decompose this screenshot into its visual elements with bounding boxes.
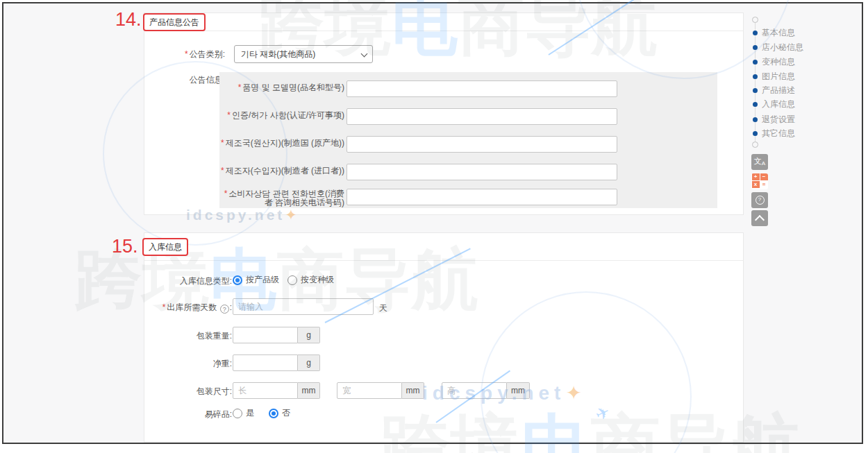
card-header-divider bbox=[144, 260, 743, 261]
translate-button[interactable]: 文A bbox=[751, 154, 768, 170]
announcement-info-panel: *품명 및 모델명(品名和型号) *인증/허가 사항(认证/许可事项) *제조국… bbox=[219, 72, 717, 208]
radio-fragile-no[interactable]: 否 bbox=[269, 407, 290, 419]
radio-selected-icon bbox=[269, 409, 278, 418]
scroll-top-button[interactable] bbox=[751, 210, 768, 226]
announcement-field-label: *인증/허가 사항(认证/许可事项) bbox=[219, 111, 344, 120]
calculator-icon: + bbox=[752, 173, 760, 180]
sidebar-item-variant-info[interactable]: 变种信息 bbox=[762, 58, 795, 66]
translate-icon: 文A bbox=[754, 157, 765, 167]
announcement-field-label: *품명 및 모델명(品名和型号) bbox=[219, 83, 344, 92]
nav-node-bottom bbox=[752, 142, 758, 148]
nav-bullet bbox=[753, 74, 758, 79]
outbound-days-label: *出库所需天数 ?: bbox=[144, 302, 232, 314]
certification-input[interactable] bbox=[347, 108, 617, 125]
sidebar-item-basic-info[interactable]: 基本信息 bbox=[762, 28, 795, 37]
weight-unit-addon: g bbox=[298, 327, 320, 343]
consumer-phone-input[interactable] bbox=[347, 189, 617, 205]
radio-fragile-yes[interactable]: 是 bbox=[233, 407, 254, 419]
required-mark: * bbox=[221, 138, 224, 148]
nav-bullet bbox=[753, 102, 758, 107]
product-edit-page: { "annotations": { "step14_num": "14.", … bbox=[0, 0, 868, 453]
sidebar-item-product-description[interactable]: 产品描述 bbox=[762, 86, 795, 94]
announcement-field-label: *제조자(수입자)(制造者 (进口者)) bbox=[219, 166, 344, 176]
nav-bullet bbox=[753, 45, 758, 50]
product-name-model-input[interactable] bbox=[347, 80, 617, 97]
annotation-box-14: 产品信息公告 bbox=[143, 13, 206, 31]
sidebar-item-image-info[interactable]: 图片信息 bbox=[762, 72, 795, 80]
announcement-field-label: *소비자상담 관련 전화번호(消费者 咨询相关电话号码) bbox=[219, 189, 344, 207]
nav-bullet bbox=[753, 117, 758, 122]
required-mark: * bbox=[162, 302, 166, 312]
card-inbound-info: 入库信息类型: 按产品级 按变种级 *出库所需天数 ?: 天 包装重量: g 净… bbox=[144, 232, 744, 443]
announcement-category-label: *公告类别: bbox=[144, 49, 225, 59]
help-button[interactable]: ? bbox=[751, 192, 768, 208]
sidebar-item-dianxiaomi-info[interactable]: 店小秘信息 bbox=[762, 43, 803, 51]
nav-bullet bbox=[753, 31, 758, 35]
help-icon[interactable]: ? bbox=[220, 305, 229, 314]
net-weight-input[interactable] bbox=[233, 354, 298, 371]
required-mark: * bbox=[185, 49, 188, 59]
nav-node-top bbox=[752, 17, 758, 23]
calculator-icon: = bbox=[760, 181, 768, 188]
select-value: 기타 재화(其他商品) bbox=[241, 49, 315, 59]
annotation-step-14: 14. bbox=[115, 10, 142, 29]
annotation-box-15: 入库信息 bbox=[142, 238, 188, 256]
net-unit-addon: g bbox=[298, 354, 320, 371]
radio-unselected-icon bbox=[233, 409, 242, 418]
radio-product-level[interactable]: 按产品级 bbox=[233, 274, 279, 286]
package-weight-label: 包装重量: bbox=[144, 331, 232, 341]
package-size-label: 包装尺寸: bbox=[144, 386, 232, 396]
announcement-field-label: *제조국(원산지)(制造国 (原产地)) bbox=[219, 139, 344, 148]
chevron-down-icon bbox=[361, 51, 368, 58]
chevron-up-icon bbox=[755, 214, 765, 224]
calculator-button[interactable]: + − x = bbox=[751, 173, 768, 189]
size-width-unit-addon: mm bbox=[402, 382, 424, 399]
required-mark: * bbox=[221, 166, 224, 176]
nav-bullet bbox=[753, 131, 758, 136]
outbound-days-input[interactable] bbox=[233, 298, 374, 315]
size-height-unit-addon: mm bbox=[507, 382, 530, 399]
calculator-icon: x bbox=[752, 181, 760, 188]
radio-unselected-icon bbox=[287, 275, 297, 285]
fragile-label: 易碎品: bbox=[144, 409, 232, 419]
required-mark: * bbox=[224, 189, 228, 198]
nav-bullet bbox=[753, 60, 758, 65]
net-weight-label: 净重: bbox=[144, 359, 232, 368]
days-unit: 天 bbox=[379, 302, 387, 314]
announcement-category-select[interactable]: 기타 재화(其他商品) bbox=[234, 45, 373, 63]
announcement-info-label: 公告信息: bbox=[144, 75, 225, 85]
required-mark: * bbox=[227, 110, 231, 120]
required-mark: * bbox=[238, 83, 242, 92]
radio-variant-level[interactable]: 按变种级 bbox=[287, 274, 334, 286]
annotation-step-15: 15. bbox=[112, 237, 138, 256]
sidebar-item-return-settings[interactable]: 退货设置 bbox=[762, 115, 795, 123]
size-width-input[interactable] bbox=[337, 382, 402, 399]
inbound-type-label: 入库信息类型: bbox=[144, 276, 232, 286]
calculator-icon: − bbox=[760, 173, 768, 180]
question-icon: ? bbox=[756, 196, 765, 205]
size-length-input[interactable] bbox=[233, 382, 298, 399]
package-weight-input[interactable] bbox=[233, 327, 298, 343]
size-length-unit-addon: mm bbox=[298, 382, 320, 399]
size-height-input[interactable] bbox=[442, 382, 507, 399]
radio-selected-icon bbox=[233, 275, 242, 285]
sidebar-item-other-info[interactable]: 其它信息 bbox=[762, 129, 795, 137]
card-header-divider bbox=[144, 31, 743, 31]
sidebar-item-inbound-info[interactable]: 入库信息 bbox=[762, 100, 795, 108]
nav-connector-line bbox=[755, 21, 756, 147]
card-product-announcement: *公告类别: 기타 재화(其他商品) 公告信息: *품명 및 모델명(品名和型号… bbox=[144, 12, 744, 215]
nav-bullet bbox=[753, 88, 758, 93]
manufacturer-input[interactable] bbox=[347, 164, 617, 180]
manufacturing-country-input[interactable] bbox=[347, 136, 617, 153]
